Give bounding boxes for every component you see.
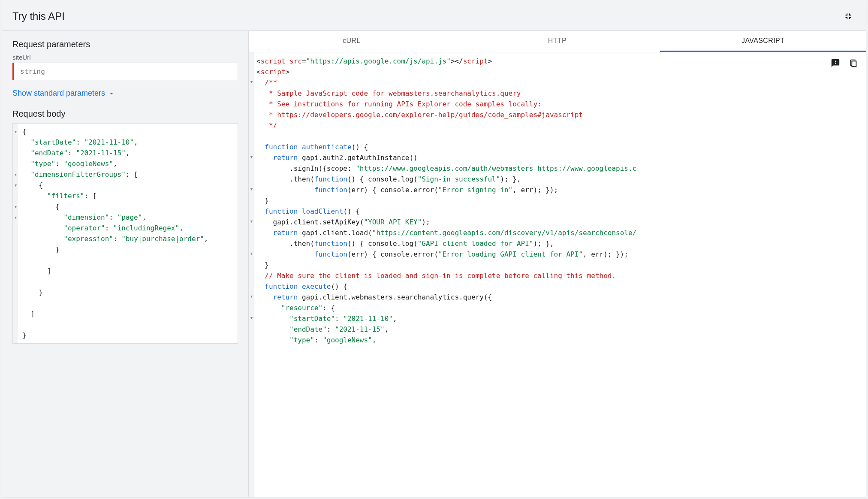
json-enddate: "2021-11-15" xyxy=(76,149,126,157)
chevron-down-icon xyxy=(108,90,115,97)
show-standard-label: Show standard parameters xyxy=(12,89,105,98)
code-sample-area: ▾ ▾▾ ▾▾ ▾▾ <script src="https://apis.goo… xyxy=(249,52,622,352)
tab-curl[interactable]: cURL xyxy=(249,31,455,52)
right-pane: cURL HTTP JAVASCRIPT ▾ ▾▾ ▾▾ ▾▾ xyxy=(249,31,622,352)
code-sample[interactable]: <script src="https://apis.google.com/js/… xyxy=(254,52,622,352)
param-siteurl-input[interactable] xyxy=(12,63,238,80)
json-startdate: "2021-11-10" xyxy=(84,138,134,146)
code-tabs: cURL HTTP JAVASCRIPT xyxy=(249,31,622,52)
panel-header: Try this API xyxy=(2,2,622,31)
section-title-body: Request body xyxy=(12,109,238,119)
left-pane: Request parameters siteUrl Show standard… xyxy=(2,31,249,352)
param-siteurl-label: siteUrl xyxy=(12,54,238,61)
code-gutter: ▾ ▾▾ ▾▾ ▾▾ xyxy=(249,52,254,352)
json-dimension: "page" xyxy=(118,213,142,221)
json-expression: "buy|purchase|order" xyxy=(121,235,204,243)
request-body-json[interactable]: { "startDate": "2021-11-10", "endDate": … xyxy=(18,124,238,343)
panel-body: Request parameters siteUrl Show standard… xyxy=(2,31,622,352)
request-body-editor[interactable]: ▾ ▾▾ ▾▾ { "startDate": "2021-11-10", "en… xyxy=(12,123,238,344)
panel-title: Try this API xyxy=(12,10,65,22)
editor-gutter: ▾ ▾▾ ▾▾ xyxy=(13,124,18,343)
tab-http[interactable]: HTTP xyxy=(455,31,622,52)
show-standard-parameters-link[interactable]: Show standard parameters xyxy=(12,89,115,98)
api-explorer-panel: Try this API Request parameters siteUrl … xyxy=(2,2,622,352)
json-operator: "includingRegex" xyxy=(113,224,179,232)
json-type: "googleNews" xyxy=(63,160,113,168)
section-title-params: Request parameters xyxy=(12,39,238,49)
